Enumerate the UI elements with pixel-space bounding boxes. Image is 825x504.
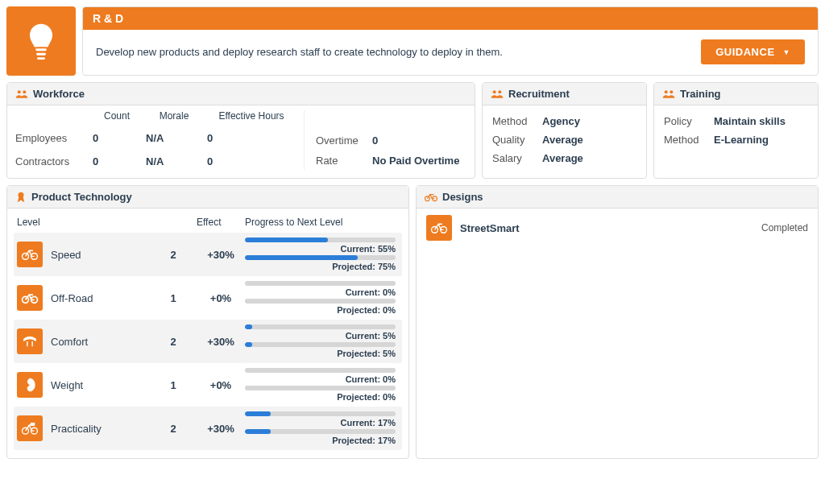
tech-effect: +30% [197, 423, 245, 435]
recruitment-card[interactable]: Recruitment MethodAgency QualityAverage … [482, 82, 647, 179]
svg-point-3 [498, 90, 501, 93]
tech-row[interactable]: Off-Road1+0%Current: 0%Projected: 0% [14, 276, 402, 320]
employees-count: 0 [93, 132, 141, 147]
progress-projected-bar [245, 255, 396, 260]
rate-label: Rate [316, 155, 372, 167]
design-row[interactable]: StreetSmartCompleted [426, 215, 808, 241]
svg-point-0 [18, 90, 21, 93]
workforce-title: Workforce [33, 88, 85, 100]
recruitment-salary-label: Salary [492, 152, 542, 164]
tech-effect: +0% [197, 292, 245, 304]
tech-name: Speed [51, 249, 81, 261]
people-icon [662, 89, 675, 99]
rate-value: No Paid Overtime [372, 155, 459, 167]
recruitment-title: Recruitment [508, 88, 570, 100]
design-name: StreetSmart [460, 222, 520, 234]
svg-point-6 [19, 192, 24, 197]
guidance-button[interactable]: GUIDANCE ▼ [701, 39, 805, 64]
training-policy-value: Maintain skills [714, 115, 808, 127]
training-title: Training [680, 88, 721, 100]
svg-point-5 [670, 90, 673, 93]
tech-icon-off-road [17, 285, 43, 311]
recruitment-quality-value: Average [542, 134, 636, 146]
overtime-label: Overtime [316, 134, 372, 147]
training-method-value: E-Learning [714, 134, 808, 146]
contractors-count: 0 [93, 155, 141, 170]
workforce-card[interactable]: Workforce Count Morale Effective Hours E… [6, 82, 475, 179]
recruitment-quality-label: Quality [492, 134, 542, 146]
progress-projected-label: Projected: 5% [245, 349, 396, 358]
guidance-button-label: GUIDANCE [715, 46, 774, 58]
tech-name: Practicality [51, 423, 102, 435]
tech-effect: +30% [197, 249, 245, 261]
tech-effect: +0% [197, 379, 245, 391]
progress-current-label: Current: 0% [245, 374, 396, 384]
bike-icon [426, 215, 452, 241]
progress-current-bar [245, 368, 396, 373]
progress-projected-label: Projected: 75% [245, 262, 396, 271]
progress-projected-bar [245, 429, 396, 434]
designs-card: Designs StreetSmartCompleted [416, 185, 819, 459]
svg-rect-13 [31, 423, 35, 426]
pt-head-level: Level [17, 217, 150, 228]
pt-head-effect: Effect [197, 217, 245, 228]
tech-level: 2 [150, 336, 197, 348]
tech-row[interactable]: Speed2+30%Current: 55%Projected: 75% [14, 233, 402, 276]
tech-effect: +30% [197, 336, 245, 348]
row-contractors-label: Contractors [15, 155, 88, 170]
employees-morale: N/A [146, 132, 202, 147]
employees-hours: 0 [207, 132, 296, 147]
progress-projected-bar [245, 342, 396, 347]
progress-current-bar [245, 281, 396, 286]
bike-icon [425, 192, 437, 202]
progress-current-bar [245, 324, 396, 329]
progress-current-label: Current: 5% [245, 331, 396, 341]
tech-name: Weight [51, 379, 83, 391]
pt-head-progress: Progress to Next Level [245, 217, 399, 228]
tech-level: 2 [150, 423, 197, 435]
svg-point-4 [665, 90, 668, 93]
tech-icon [15, 192, 27, 203]
product-technology-card: Product Technology Level Effect Progress… [6, 185, 409, 459]
progress-projected-bar [245, 386, 396, 390]
tech-name: Off-Road [51, 292, 93, 304]
recruitment-salary-value: Average [542, 152, 636, 164]
col-count: Count [93, 110, 141, 124]
progress-current-bar [245, 411, 396, 416]
tech-row[interactable]: Comfort2+30%Current: 5%Projected: 5% [14, 320, 402, 363]
recruitment-method-value: Agency [542, 115, 636, 127]
chevron-down-icon: ▼ [783, 48, 790, 56]
contractors-morale: N/A [146, 155, 202, 170]
training-card[interactable]: Training PolicyMaintain skills MethodE-L… [653, 82, 819, 179]
rd-logo-box [6, 6, 76, 76]
people-icon [15, 89, 28, 99]
product-tech-title: Product Technology [31, 191, 132, 203]
progress-current-label: Current: 0% [245, 287, 396, 297]
progress-current-label: Current: 17% [245, 418, 396, 428]
tech-row[interactable]: Practicality2+30%Current: 17%Projected: … [14, 407, 402, 450]
tech-icon-speed [17, 242, 43, 267]
training-policy-label: Policy [664, 115, 714, 127]
progress-projected-bar [245, 299, 396, 304]
recruitment-method-label: Method [492, 115, 542, 127]
progress-projected-label: Projected: 0% [245, 305, 396, 315]
tech-name: Comfort [51, 336, 88, 348]
tech-icon-comfort [17, 328, 43, 354]
tech-row[interactable]: Weight1+0%Current: 0%Projected: 0% [14, 363, 402, 407]
progress-current-label: Current: 55% [245, 244, 396, 254]
overtime-value: 0 [372, 134, 459, 147]
tech-icon-practicality [17, 415, 43, 441]
tech-level: 1 [150, 292, 197, 304]
people-icon [491, 89, 504, 99]
svg-point-2 [493, 90, 496, 93]
svg-point-1 [23, 90, 26, 93]
progress-projected-label: Projected: 0% [245, 392, 396, 402]
tech-icon-weight [17, 372, 43, 398]
design-status: Completed [761, 222, 808, 233]
lightbulb-icon [23, 19, 59, 63]
contractors-hours: 0 [207, 155, 296, 170]
designs-title: Designs [442, 191, 483, 203]
progress-projected-label: Projected: 17% [245, 436, 396, 445]
row-employees-label: Employees [15, 132, 88, 147]
page-description: Develop new products and deploy research… [96, 46, 503, 58]
